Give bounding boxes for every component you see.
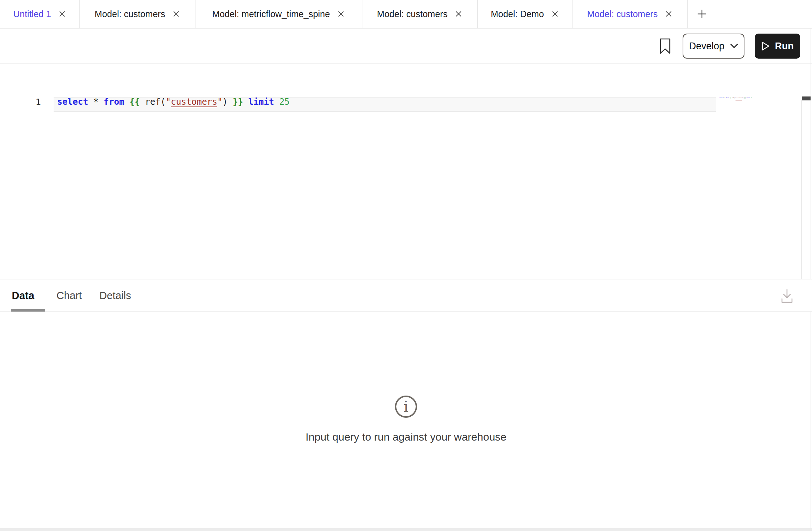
code-token: from bbox=[104, 97, 124, 107]
tab-chart[interactable]: Chart bbox=[56, 279, 82, 312]
editor-tab-bar: Untitled 1 Model: customers Model: metri… bbox=[0, 0, 812, 29]
code-token: select bbox=[57, 97, 88, 107]
editor-scrollbar-track[interactable] bbox=[801, 100, 802, 279]
info-icon: i bbox=[394, 394, 418, 419]
play-icon bbox=[761, 41, 770, 51]
tab-label: Model: metricflow_time_spine bbox=[212, 9, 330, 19]
minimap-token: select bbox=[719, 97, 724, 99]
develop-label: Develop bbox=[689, 41, 724, 52]
tab-model-customers-1[interactable]: Model: customers bbox=[80, 0, 195, 28]
code-token: limit bbox=[248, 97, 274, 107]
close-icon[interactable] bbox=[337, 10, 345, 18]
run-label: Run bbox=[775, 41, 793, 52]
tab-data[interactable]: Data bbox=[12, 279, 34, 312]
close-icon[interactable] bbox=[665, 10, 673, 18]
code-token: " bbox=[217, 97, 222, 107]
minimap-token: customers bbox=[736, 97, 742, 99]
tab-model-customers-2[interactable]: Model: customers bbox=[362, 0, 478, 28]
line-number: 1 bbox=[30, 97, 46, 112]
ide-window: Untitled 1 Model: customers Model: metri… bbox=[0, 0, 812, 531]
tab-details[interactable]: Details bbox=[99, 279, 131, 312]
close-icon[interactable] bbox=[551, 10, 559, 18]
tab-model-metricflow-time-spine[interactable]: Model: metricflow_time_spine bbox=[195, 0, 362, 28]
code-token bbox=[99, 97, 104, 107]
code-token: ) bbox=[222, 97, 227, 107]
results-tab-bar: Data Chart Details bbox=[0, 279, 812, 312]
svg-text:i: i bbox=[403, 398, 408, 416]
editor-minimap: select * from {{ ref("customers") }} lim… bbox=[719, 95, 752, 100]
editor-toolbar: Develop Run bbox=[0, 29, 812, 64]
bottom-edge-strip bbox=[0, 528, 812, 531]
run-button[interactable]: Run bbox=[755, 34, 800, 59]
code-token: }} bbox=[233, 97, 243, 107]
tab-label: Model: customers bbox=[587, 9, 658, 19]
tab-model-customers-3[interactable]: Model: customers bbox=[573, 0, 688, 28]
code-token: ( bbox=[160, 97, 165, 107]
code-token: {{ bbox=[129, 97, 140, 107]
close-icon[interactable] bbox=[58, 10, 66, 18]
tab-model-demo[interactable]: Model: Demo bbox=[478, 0, 573, 28]
code-token bbox=[228, 97, 233, 107]
sql-editor[interactable]: 1 select * from {{ ref("customers") }} l… bbox=[0, 64, 812, 279]
code-token bbox=[88, 97, 93, 107]
download-results-button[interactable] bbox=[779, 287, 795, 304]
code-token bbox=[243, 97, 248, 107]
code-token bbox=[274, 97, 279, 107]
empty-state-message: Input query to run against your warehous… bbox=[0, 431, 812, 443]
close-icon[interactable] bbox=[172, 10, 180, 18]
tab-label: Untitled 1 bbox=[13, 9, 51, 19]
minimap-token: 25 bbox=[751, 97, 752, 99]
tab-untitled-1[interactable]: Untitled 1 bbox=[0, 0, 80, 28]
tab-label: Model: customers bbox=[95, 9, 165, 19]
tab-label: Model: Demo bbox=[491, 9, 544, 19]
code-token bbox=[124, 97, 129, 107]
plus-icon bbox=[697, 9, 707, 19]
code-token: ref bbox=[145, 97, 160, 107]
code-token bbox=[140, 97, 145, 107]
code-token: " bbox=[165, 97, 170, 107]
editor-scrollbar-thumb[interactable] bbox=[802, 96, 811, 100]
minimap-token: limit bbox=[747, 97, 750, 99]
minimap-token: from bbox=[726, 97, 729, 99]
close-icon[interactable] bbox=[455, 10, 462, 18]
code-ref-link[interactable]: customers bbox=[171, 97, 217, 107]
develop-dropdown-button[interactable]: Develop bbox=[683, 34, 744, 59]
tab-label: Model: customers bbox=[377, 9, 447, 19]
bookmark-icon bbox=[659, 38, 671, 54]
bookmark-button[interactable] bbox=[659, 38, 671, 54]
code-token: 25 bbox=[279, 97, 289, 107]
window-right-border bbox=[811, 29, 811, 528]
download-icon bbox=[779, 287, 795, 304]
chevron-down-icon bbox=[730, 44, 738, 49]
new-tab-button[interactable] bbox=[688, 0, 716, 28]
code-line[interactable]: select * from {{ ref("customers") }} lim… bbox=[57, 97, 289, 112]
code-token: * bbox=[93, 97, 98, 107]
active-tab-underline bbox=[11, 309, 45, 312]
